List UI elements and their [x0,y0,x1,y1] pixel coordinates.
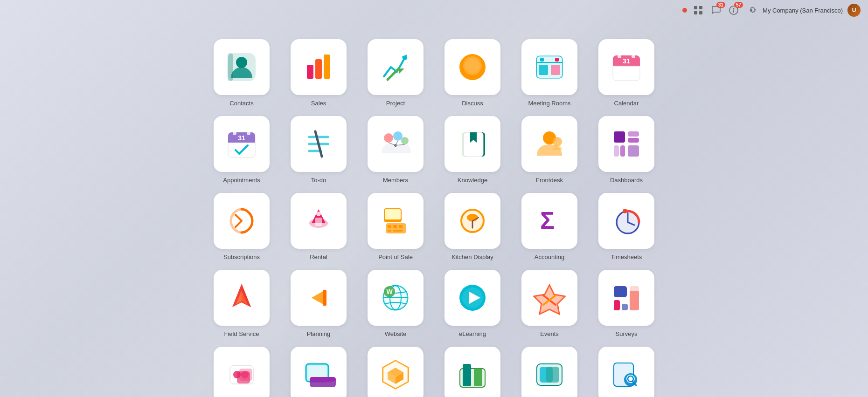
svg-rect-65 [388,225,391,228]
app-item-rental[interactable]: Rental [285,193,353,260]
messages-icon[interactable]: 31 [709,4,722,17]
app-label-subscriptions: Subscriptions [223,253,260,260]
app-label-rental: Rental [310,253,327,260]
status-indicator [682,8,687,13]
app-item-inventory[interactable]: Inventory [362,347,430,397]
app-label-knowledge: Knowledge [458,177,487,184]
app-item-manufacturing[interactable]: Manufacturing [439,347,507,397]
app-item-todo[interactable]: To-do [285,116,353,184]
app-item-elearning[interactable]: eLearning [439,270,507,337]
svg-rect-22 [551,65,560,75]
svg-rect-19 [540,58,544,62]
svg-point-42 [401,137,409,144]
app-label-meeting-rooms: Meeting Rooms [528,100,570,107]
svg-rect-58 [628,145,639,157]
app-item-surveys[interactable]: Surveys [593,270,660,337]
app-item-timesheets[interactable]: Timesheets [593,193,660,260]
svg-text:31: 31 [238,134,245,142]
app-icon-dashboards [598,116,654,172]
app-item-sms-marketing[interactable]: SMS Marketing [208,347,276,397]
app-label-kitchen-display: Kitchen Display [451,253,493,260]
app-icon-project [368,39,424,95]
app-item-frontdesk[interactable]: Frontdesk [516,116,583,184]
svg-point-13 [403,55,407,60]
svg-rect-6 [733,10,734,13]
app-item-quality[interactable]: Quality [593,347,660,397]
app-icon-frontdesk [521,116,577,172]
app-item-events[interactable]: Events [516,270,583,337]
app-label-calendar: Calendar [614,100,639,107]
app-label-field-service: Field Service [224,330,259,337]
svg-rect-20 [555,58,559,62]
app-item-sales[interactable]: Sales [285,39,353,107]
messages-badge: 31 [716,2,725,8]
app-icon-point-of-sale [368,193,424,249]
settings-icon[interactable] [745,4,758,17]
app-item-appointments[interactable]: 31 Appointments [208,116,276,184]
app-grid: Contacts Sales Project Discuss Meeting R… [208,21,660,397]
svg-rect-11 [315,59,322,79]
app-icon-surveys [598,270,654,326]
svg-rect-123 [474,369,482,386]
app-icon-members [368,116,424,172]
app-icon-sales [291,39,347,95]
svg-point-5 [733,8,735,10]
app-icon-accounting: Σ [521,193,577,249]
app-item-planning[interactable]: Planning [285,270,353,337]
app-icon-calendar: 31 [598,39,654,95]
app-icon-knowledge [444,116,500,172]
app-item-calendar[interactable]: 31 Calendar [593,39,660,107]
app-item-shop-floor[interactable]: Shop Floor [516,347,583,397]
app-item-website[interactable]: W Website [362,270,430,337]
app-label-elearning: eLearning [459,330,486,337]
app-item-kitchen-display[interactable]: Kitchen Display [439,193,507,260]
app-icon-timesheets [598,193,654,249]
app-label-appointments: Appointments [223,177,260,184]
user-avatar[interactable]: U [847,4,861,17]
app-item-project[interactable]: Project [362,39,430,107]
svg-rect-103 [630,291,639,310]
svg-rect-109 [237,371,250,383]
svg-rect-57 [620,145,625,157]
svg-rect-2 [694,11,697,14]
svg-text:31: 31 [623,57,630,65]
activity-icon[interactable]: 57 [727,4,740,17]
svg-point-35 [247,131,250,135]
svg-rect-56 [614,145,619,157]
app-item-discuss[interactable]: Discuss [439,39,507,107]
svg-point-16 [465,58,480,73]
svg-point-8 [236,57,247,68]
svg-rect-68 [388,230,391,232]
svg-point-34 [233,131,236,135]
app-icon-field-service [214,270,270,326]
app-label-frontdesk: Frontdesk [536,177,563,184]
app-item-purchase[interactable]: Purchase [285,347,353,397]
svg-rect-122 [463,364,471,386]
svg-rect-101 [622,304,628,310]
svg-rect-1 [699,6,702,9]
svg-rect-114 [310,377,336,382]
app-item-meeting-rooms[interactable]: Meeting Rooms [516,39,583,107]
svg-rect-100 [614,300,620,310]
app-item-field-service[interactable]: Field Service [208,270,276,337]
app-item-subscriptions[interactable]: Subscriptions [208,193,276,260]
app-item-dashboards[interactable]: Dashboards [593,116,660,184]
svg-rect-112 [308,366,326,379]
app-icon-events [521,270,577,326]
svg-point-61 [316,212,321,216]
app-item-point-of-sale[interactable]: Point of Sale [362,193,430,260]
app-item-accounting[interactable]: Σ Accounting [516,193,583,260]
svg-point-52 [553,137,562,146]
svg-rect-12 [324,55,330,79]
app-label-dashboards: Dashboards [610,177,643,184]
app-icon-kitchen-display [444,193,500,249]
app-item-members[interactable]: Members [362,116,430,184]
app-label-project: Project [386,100,405,107]
company-name[interactable]: My Company (San Francisco) [763,7,843,14]
svg-text:Σ: Σ [540,207,555,234]
app-item-contacts[interactable]: Contacts [208,39,276,107]
apps-grid-icon[interactable] [692,4,705,17]
app-icon-purchase [291,347,347,397]
svg-rect-21 [539,65,548,75]
app-item-knowledge[interactable]: Knowledge [439,116,507,184]
